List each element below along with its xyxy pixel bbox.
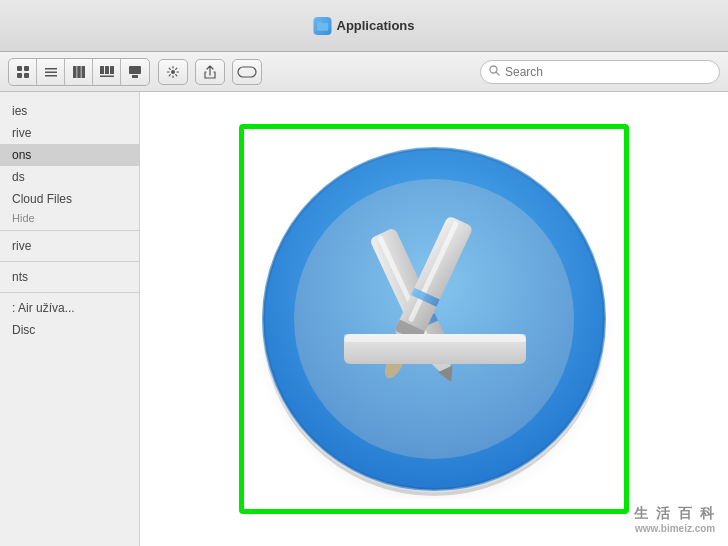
search-input[interactable] — [505, 65, 711, 79]
app-highlight-border — [239, 124, 629, 514]
svg-rect-11 — [105, 66, 109, 74]
sidebar-divider-2 — [0, 261, 139, 262]
svg-rect-15 — [132, 75, 138, 78]
column-view-btn[interactable] — [65, 59, 93, 85]
sidebar-item-7[interactable]: nts — [0, 266, 139, 288]
svg-rect-0 — [17, 66, 22, 71]
svg-rect-8 — [77, 66, 81, 78]
cover-flow-btn[interactable] — [93, 59, 121, 85]
gear-button[interactable] — [158, 59, 188, 85]
sidebar-item-1[interactable]: rive — [0, 122, 139, 144]
list-view-btn[interactable] — [37, 59, 65, 85]
content-area: ies rive ons ds Cloud Files Hide rive — [0, 92, 728, 546]
watermark: 生 活 百 科 www.bimeiz.com — [634, 505, 716, 534]
svg-rect-35 — [344, 334, 526, 342]
svg-rect-7 — [73, 66, 77, 78]
sidebar-item-cloud-files[interactable]: Cloud Files — [0, 188, 139, 210]
window-title: Applications — [313, 17, 414, 35]
svg-rect-14 — [129, 66, 141, 74]
svg-rect-5 — [45, 71, 57, 73]
sidebar-item-6[interactable]: rive — [0, 235, 139, 257]
appstore-icon — [254, 139, 614, 499]
gallery-view-btn[interactable] — [121, 59, 149, 85]
sidebar-item-disc[interactable]: Disc — [0, 319, 139, 341]
icon-view-btn[interactable] — [9, 59, 37, 85]
oval-button[interactable] — [232, 59, 262, 85]
svg-rect-2 — [17, 73, 22, 78]
search-bar[interactable] — [480, 60, 720, 84]
sidebar-divider-3 — [0, 292, 139, 293]
finder-window: Applications — [0, 0, 728, 546]
share-button[interactable] — [195, 59, 225, 85]
sidebar: ies rive ons ds Cloud Files Hide rive — [0, 92, 140, 546]
svg-rect-12 — [110, 66, 114, 74]
svg-line-19 — [497, 73, 500, 76]
sidebar-divider-1 — [0, 230, 139, 231]
sidebar-hide-btn[interactable]: Hide — [0, 210, 139, 226]
sidebar-item-0[interactable]: ies — [0, 100, 139, 122]
svg-rect-10 — [100, 66, 104, 74]
title-bar: Applications — [0, 0, 728, 52]
sidebar-item-applications[interactable]: ons — [0, 144, 139, 166]
folder-icon — [313, 17, 331, 35]
toolbar — [0, 52, 728, 92]
svg-rect-4 — [45, 68, 57, 70]
svg-rect-3 — [24, 73, 29, 78]
svg-rect-6 — [45, 75, 57, 77]
sidebar-item-3[interactable]: ds — [0, 166, 139, 188]
search-icon — [489, 65, 500, 78]
svg-rect-9 — [81, 66, 85, 78]
svg-rect-13 — [100, 75, 114, 77]
svg-point-16 — [171, 70, 175, 74]
sidebar-item-airdrop[interactable]: : Air užíva... — [0, 297, 139, 319]
svg-rect-1 — [24, 66, 29, 71]
file-view: 生 活 百 科 www.bimeiz.com — [140, 92, 728, 546]
view-mode-group — [8, 58, 150, 86]
svg-rect-17 — [238, 67, 256, 77]
svg-point-18 — [490, 66, 497, 73]
